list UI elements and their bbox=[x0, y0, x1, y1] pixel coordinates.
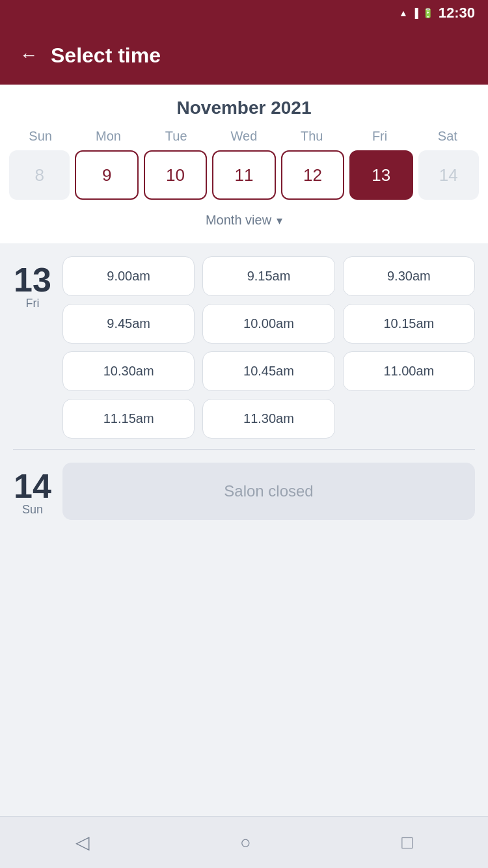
weekday-mon: Mon bbox=[74, 129, 142, 144]
nav-recent-icon: □ bbox=[401, 832, 413, 852]
date-cell-11[interactable]: 11 bbox=[212, 150, 275, 200]
section-divider bbox=[13, 449, 475, 450]
time-slots-section: 13 Fri 9.00am 9.15am 9.30am 9.45am 10.00… bbox=[0, 243, 488, 546]
battery-icon: 🔋 bbox=[422, 8, 433, 18]
day-14-section: 14 Sun Salon closed bbox=[13, 463, 475, 520]
slot-1045am[interactable]: 10.45am bbox=[202, 351, 334, 391]
date-cell-13[interactable]: 13 bbox=[349, 150, 413, 200]
day-14-name: Sun bbox=[22, 503, 43, 517]
nav-home-icon: ○ bbox=[240, 832, 251, 852]
wifi-icon: ▲ bbox=[399, 8, 408, 18]
day-13-slots: 13 Fri 9.00am 9.15am 9.30am 9.45am 10.00… bbox=[13, 256, 475, 439]
dates-row: 8 9 10 11 12 13 14 bbox=[0, 150, 488, 200]
status-time: 12:30 bbox=[439, 5, 475, 21]
weekday-sun: Sun bbox=[7, 129, 74, 144]
date-cell-10[interactable]: 10 bbox=[144, 150, 207, 200]
nav-home-button[interactable]: ○ bbox=[227, 826, 264, 860]
weekday-wed: Wed bbox=[210, 129, 278, 144]
nav-back-icon: ◁ bbox=[75, 832, 90, 852]
month-view-label: Month view bbox=[206, 213, 271, 228]
day-13-number: 13 bbox=[14, 263, 51, 297]
nav-back-button[interactable]: ◁ bbox=[62, 825, 103, 860]
weekday-row: Sun Mon Tue Wed Thu Fri Sat bbox=[0, 129, 488, 144]
salon-closed-label: Salon closed bbox=[62, 463, 475, 520]
slot-1130am[interactable]: 11.30am bbox=[202, 399, 334, 439]
back-button[interactable]: ← bbox=[20, 46, 38, 64]
status-icons: ▲ ▐ 🔋 bbox=[399, 8, 433, 18]
app-header: ← Select time bbox=[0, 26, 488, 85]
calendar-section: November 2021 Sun Mon Tue Wed Thu Fri Sa… bbox=[0, 85, 488, 243]
date-cell-14: 14 bbox=[418, 150, 479, 200]
slot-1000am[interactable]: 10.00am bbox=[202, 304, 334, 344]
day-14-number: 14 bbox=[14, 469, 51, 503]
weekday-sat: Sat bbox=[414, 129, 481, 144]
slot-1030am[interactable]: 10.30am bbox=[62, 351, 195, 391]
date-cell-9[interactable]: 9 bbox=[75, 150, 138, 200]
slot-1015am[interactable]: 10.15am bbox=[343, 304, 475, 344]
weekday-thu: Thu bbox=[278, 129, 346, 144]
slots-grid-13: 9.00am 9.15am 9.30am 9.45am 10.00am 10.1… bbox=[62, 256, 475, 439]
slot-945am[interactable]: 9.45am bbox=[62, 304, 195, 344]
month-view-toggle[interactable]: Month view ▾ bbox=[0, 206, 488, 237]
slot-1100am[interactable]: 11.00am bbox=[343, 351, 475, 391]
signal-icon: ▐ bbox=[412, 8, 418, 18]
month-year-label: November 2021 bbox=[0, 98, 488, 118]
day-14-label: 14 Sun bbox=[13, 463, 52, 520]
weekday-fri: Fri bbox=[346, 129, 413, 144]
slot-1115am[interactable]: 11.15am bbox=[62, 399, 195, 439]
slot-915am[interactable]: 9.15am bbox=[202, 256, 334, 296]
day-13-name: Fri bbox=[26, 297, 40, 310]
status-bar: ▲ ▐ 🔋 12:30 bbox=[0, 0, 488, 26]
slot-900am[interactable]: 9.00am bbox=[62, 256, 195, 296]
date-cell-8: 8 bbox=[9, 150, 70, 200]
slot-930am[interactable]: 9.30am bbox=[343, 256, 475, 296]
nav-recent-button[interactable]: □ bbox=[388, 826, 426, 860]
bottom-navigation: ◁ ○ □ bbox=[0, 816, 488, 868]
chevron-down-icon: ▾ bbox=[277, 213, 282, 228]
date-cell-12[interactable]: 12 bbox=[281, 150, 344, 200]
day-13-label: 13 Fri bbox=[13, 256, 52, 439]
weekday-tue: Tue bbox=[142, 129, 210, 144]
page-title: Select time bbox=[51, 44, 161, 68]
